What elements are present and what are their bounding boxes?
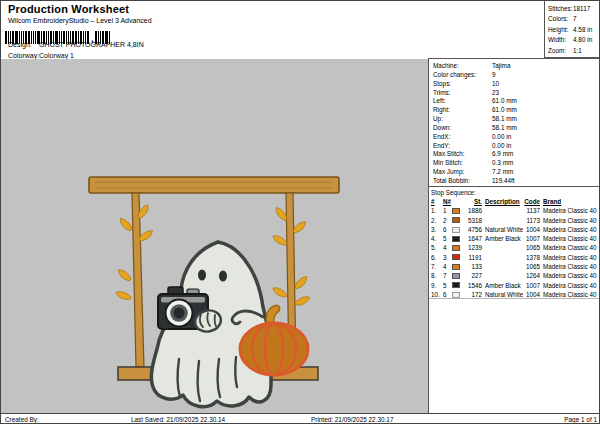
column-header: N# bbox=[443, 197, 452, 206]
stitch-count: 1647 bbox=[463, 234, 482, 243]
summary-row-value: 4.80 in bbox=[573, 36, 592, 43]
info-panel: Machine:TajimaColor changes:9Stops:10Tri… bbox=[428, 58, 600, 413]
thread-color-swatch bbox=[452, 245, 460, 251]
thread-color-swatch bbox=[452, 273, 460, 279]
summary-row-label: Width: bbox=[548, 35, 573, 45]
machine-row: Right:61.0 mm bbox=[433, 106, 600, 115]
stop-sequence-row: 9.51546Amber Black1007Madeira Classic 40 bbox=[431, 281, 600, 290]
machine-row-label: Right: bbox=[433, 106, 492, 115]
thread-brand: Madeira Classic 40 bbox=[540, 262, 597, 271]
machine-row: EndX:0.00 in bbox=[433, 133, 600, 142]
summary-row: Width:4.80 in bbox=[548, 35, 600, 45]
thread-color-swatch bbox=[452, 254, 460, 260]
colorway-label: Colorway: bbox=[8, 52, 39, 59]
machine-row-value: 0.00 in bbox=[492, 133, 511, 140]
machine-row: Machine:Tajima bbox=[433, 62, 600, 71]
colorway-name: Colorway 1 bbox=[39, 52, 74, 59]
summary-row: Stitches:18117 bbox=[548, 4, 600, 14]
machine-row-label: Down: bbox=[433, 124, 492, 133]
production-worksheet-page: Production Worksheet Wilcom EmbroiderySt… bbox=[0, 0, 600, 424]
stop-sequence-row: 6.311911378Madeira Classic 40 bbox=[431, 253, 600, 262]
thread-brand: Madeira Classic 40 bbox=[540, 271, 597, 280]
thread-brand: Madeira Classic 40 bbox=[540, 225, 597, 234]
thread-code: 1004 bbox=[523, 225, 540, 234]
page-title: Production Worksheet bbox=[8, 3, 129, 15]
needle-number: 6 bbox=[443, 290, 452, 299]
stitch-count: 227 bbox=[463, 271, 482, 280]
thread-color-swatch bbox=[452, 227, 460, 233]
design-barcode: , bbox=[5, 26, 111, 39]
column-header: # bbox=[431, 197, 443, 206]
stop-sequence-row: 4.51647Amber Black1007Madeira Classic 40 bbox=[431, 234, 600, 243]
design-label: Design: bbox=[8, 41, 39, 48]
thread-code: 1065 bbox=[523, 243, 540, 252]
worksheet-artboard bbox=[1, 59, 428, 413]
thread-code: 1137 bbox=[523, 206, 540, 215]
last-saved-label: Last Saved: 21/09/2025 22.30.14 bbox=[131, 416, 225, 423]
stop-number: 1. bbox=[431, 206, 443, 215]
machine-row: Max Jump:7.2 mm bbox=[433, 168, 600, 177]
thread-code: 1173 bbox=[523, 216, 540, 225]
stop-sequence-row: 7.41331065Madeira Classic 40 bbox=[431, 262, 600, 271]
machine-row-value: 61.0 mm bbox=[492, 97, 517, 104]
thread-brand: Madeira Classic 40 bbox=[540, 216, 597, 225]
ghost-eye-right bbox=[219, 270, 227, 281]
colorway-row: Colorway:Colorway 1 bbox=[8, 52, 74, 59]
summary-row-value: 7 bbox=[573, 15, 577, 22]
stitch-count: 133 bbox=[463, 262, 482, 271]
machine-row: Left:61.0 mm bbox=[433, 97, 600, 106]
stitch-count: 4756 bbox=[463, 225, 482, 234]
machine-row-value: 23 bbox=[492, 89, 499, 96]
machine-row: Min Stitch:0.3 mm bbox=[433, 159, 600, 168]
stop-sequence-row: 3.64756Natural White1004Madeira Classic … bbox=[431, 225, 600, 234]
column-header: Code bbox=[523, 197, 540, 206]
stop-number: 5. bbox=[431, 243, 443, 252]
machine-row-value: 61.0 mm bbox=[492, 106, 517, 113]
thread-description: Amber Black bbox=[482, 281, 523, 290]
machine-row-label: Color changes: bbox=[433, 71, 492, 80]
stop-sequence-row: 1.118861137Madeira Classic 40 bbox=[431, 206, 600, 215]
stitch-count: 1191 bbox=[463, 253, 482, 262]
summary-row-value: 1:1 bbox=[573, 47, 582, 54]
machine-row: Trims:23 bbox=[433, 89, 600, 98]
summary-row-value: 4.58 in bbox=[573, 26, 592, 33]
machine-row-value: 0.00 in bbox=[492, 142, 511, 149]
design-name: GHOST PHOTOGRAPHER 4,8IN bbox=[39, 41, 144, 48]
stop-number: 4. bbox=[431, 234, 443, 243]
needle-number: 5 bbox=[443, 234, 452, 243]
printed-label: Printed: 21/09/2025 22.30.17 bbox=[311, 416, 393, 423]
thread-color-swatch bbox=[452, 217, 460, 223]
embroidery-design-preview bbox=[81, 167, 351, 417]
stop-sequence-box: Stop Sequence: #N#St.DescriptionCodeBran… bbox=[429, 187, 600, 299]
machine-row-value: 119.44ft bbox=[492, 177, 515, 184]
stop-number: 9. bbox=[431, 281, 443, 290]
design-row: Design:GHOST PHOTOGRAPHER 4,8IN bbox=[8, 41, 144, 48]
machine-row-label: EndX: bbox=[433, 133, 492, 142]
machine-row: Up:58.1 mm bbox=[433, 115, 600, 124]
thread-color-swatch bbox=[452, 208, 460, 214]
stop-sequence-header: #N#St.DescriptionCodeBrand bbox=[431, 197, 600, 206]
summary-row: Height:4.58 in bbox=[548, 25, 600, 35]
thread-brand: Madeira Classic 40 bbox=[540, 243, 597, 252]
machine-row-label: Max Stitch: bbox=[433, 150, 492, 159]
machine-row-value: 0.3 mm bbox=[492, 159, 513, 166]
machine-row: Max Stitch:6.9 mm bbox=[433, 150, 600, 159]
machine-row: Down:58.1 mm bbox=[433, 124, 600, 133]
needle-number: 7 bbox=[443, 271, 452, 280]
thread-code: 1007 bbox=[523, 281, 540, 290]
thread-color-swatch bbox=[452, 292, 460, 298]
thread-brand: Madeira Classic 40 bbox=[540, 234, 597, 243]
machine-row-label: Left: bbox=[433, 97, 492, 106]
thread-code: 1378 bbox=[523, 253, 540, 262]
machine-row-value: 6.9 mm bbox=[492, 150, 513, 157]
stop-sequence-row: 8.72271264Madeira Classic 40 bbox=[431, 271, 600, 280]
stitch-count: 1886 bbox=[463, 206, 482, 215]
machine-row-value: 10 bbox=[492, 80, 499, 87]
stop-number: 6. bbox=[431, 253, 443, 262]
stop-number: 8. bbox=[431, 271, 443, 280]
needle-number: 4 bbox=[443, 262, 452, 271]
page-footer: Created By: Last Saved: 21/09/2025 22.30… bbox=[1, 413, 600, 424]
needle-number: 1 bbox=[443, 206, 452, 215]
machine-row-value: 9 bbox=[492, 71, 496, 78]
design-summary-box: Stitches:18117Colors:7Height:4.58 inWidt… bbox=[544, 1, 600, 58]
